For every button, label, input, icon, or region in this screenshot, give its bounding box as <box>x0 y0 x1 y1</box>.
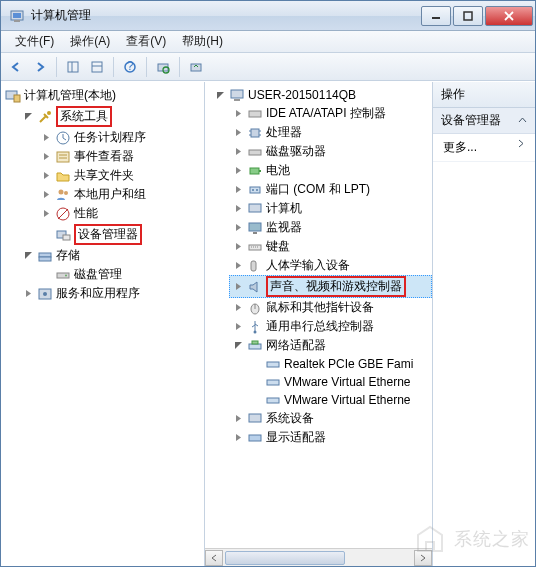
dev-net-vmware1[interactable]: VMware Virtual Etherne <box>247 373 432 391</box>
tree-label: 鼠标和其他指针设备 <box>266 299 374 316</box>
expand-icon[interactable] <box>233 413 244 424</box>
dev-system-devices[interactable]: 系统设备 <box>229 409 432 428</box>
svg-rect-17 <box>14 95 20 102</box>
sound-icon <box>247 279 263 295</box>
menu-view[interactable]: 查看(V) <box>118 31 174 52</box>
tree-label: 磁盘管理 <box>74 266 122 283</box>
tree-system-tools[interactable]: 系统工具 <box>19 105 204 128</box>
expand-icon[interactable] <box>233 127 244 138</box>
svg-rect-37 <box>249 111 261 117</box>
expand-icon[interactable] <box>233 241 244 252</box>
collapse-icon[interactable] <box>23 250 34 261</box>
dev-ide[interactable]: IDE ATA/ATAPI 控制器 <box>229 104 432 123</box>
dev-monitor[interactable]: 监视器 <box>229 218 432 237</box>
maximize-button[interactable] <box>453 6 483 26</box>
expand-icon[interactable] <box>233 222 244 233</box>
scroll-track[interactable] <box>223 550 414 566</box>
tree-event-viewer[interactable]: 事件查看器 <box>37 147 204 166</box>
tree-device-manager[interactable]: 设备管理器 <box>37 223 204 246</box>
forward-button[interactable] <box>29 56 51 78</box>
expand-icon[interactable] <box>233 146 244 157</box>
svg-rect-2 <box>14 20 20 22</box>
expand-icon[interactable] <box>233 260 244 271</box>
tree-local-users[interactable]: 本地用户和组 <box>37 185 204 204</box>
dev-port[interactable]: 端口 (COM 和 LPT) <box>229 180 432 199</box>
back-button[interactable] <box>5 56 27 78</box>
expand-icon[interactable] <box>233 321 244 332</box>
menu-file[interactable]: 文件(F) <box>7 31 62 52</box>
svg-rect-45 <box>259 170 261 172</box>
help-button[interactable]: ? <box>119 56 141 78</box>
device-tree[interactable]: USER-20150114QB IDE ATA/ATAPI 控制器 处理器 磁盘… <box>205 86 432 447</box>
battery-icon <box>247 163 263 179</box>
device-root[interactable]: USER-20150114QB <box>211 86 432 104</box>
close-button[interactable] <box>485 6 533 26</box>
display-adapter-icon <box>247 430 263 446</box>
expand-icon[interactable] <box>233 184 244 195</box>
expand-icon[interactable] <box>233 281 244 292</box>
svg-rect-4 <box>464 12 472 20</box>
svg-rect-9 <box>92 62 102 72</box>
scan-hardware-button[interactable] <box>152 56 174 78</box>
collapse-icon[interactable] <box>23 111 34 122</box>
svg-rect-49 <box>249 204 261 212</box>
dev-net-vmware2[interactable]: VMware Virtual Etherne <box>247 391 432 409</box>
expand-icon[interactable] <box>41 208 52 219</box>
tree-disk-mgmt[interactable]: 磁盘管理 <box>37 265 204 284</box>
toolbar: ? <box>1 53 535 81</box>
actions-more[interactable]: 更多... <box>433 134 535 162</box>
scroll-thumb[interactable] <box>225 551 345 565</box>
svg-rect-61 <box>267 380 279 385</box>
dev-disk[interactable]: 磁盘驱动器 <box>229 142 432 161</box>
tree-storage[interactable]: 存储 <box>19 246 204 265</box>
expand-icon[interactable] <box>233 165 244 176</box>
minimize-button[interactable] <box>421 6 451 26</box>
dev-network[interactable]: 网络适配器 <box>229 336 432 355</box>
expand-icon[interactable] <box>41 151 52 162</box>
expand-icon[interactable] <box>41 170 52 181</box>
dev-computer[interactable]: 计算机 <box>229 199 432 218</box>
actions-context[interactable]: 设备管理器 <box>433 108 535 134</box>
show-hide-tree-button[interactable] <box>62 56 84 78</box>
expand-icon[interactable] <box>233 108 244 119</box>
tree-services-apps[interactable]: 服务和应用程序 <box>19 284 204 303</box>
svg-point-47 <box>252 189 254 191</box>
console-tree[interactable]: 计算机管理(本地) 系统工具 任务计划程序 事件查看器 <box>1 86 204 303</box>
titlebar[interactable]: 计算机管理 <box>1 1 535 31</box>
horizontal-scrollbar[interactable] <box>205 548 432 566</box>
tree-shared-folders[interactable]: 共享文件夹 <box>37 166 204 185</box>
expand-icon[interactable] <box>233 432 244 443</box>
collapse-icon[interactable] <box>215 90 226 101</box>
tree-task-scheduler[interactable]: 任务计划程序 <box>37 128 204 147</box>
dev-usb[interactable]: 通用串行总线控制器 <box>229 317 432 336</box>
tree-label: 通用串行总线控制器 <box>266 318 374 335</box>
menu-help[interactable]: 帮助(H) <box>174 31 231 52</box>
update-driver-button[interactable] <box>185 56 207 78</box>
expand-icon[interactable] <box>41 132 52 143</box>
svg-rect-59 <box>252 341 258 344</box>
collapse-icon[interactable] <box>233 340 244 351</box>
actions-context-label: 设备管理器 <box>441 112 501 129</box>
tree-performance[interactable]: 性能 <box>37 204 204 223</box>
expand-icon[interactable] <box>41 189 52 200</box>
dev-hid[interactable]: 人体学输入设备 <box>229 256 432 275</box>
expand-icon[interactable] <box>233 203 244 214</box>
tree-root-computer-mgmt[interactable]: 计算机管理(本地) <box>1 86 204 105</box>
event-icon <box>55 149 71 165</box>
dev-display[interactable]: 显示适配器 <box>229 428 432 447</box>
scroll-right-button[interactable] <box>414 550 432 566</box>
mouse-icon <box>247 300 263 316</box>
menu-action[interactable]: 操作(A) <box>62 31 118 52</box>
tree-label: 系统工具 <box>60 109 108 123</box>
dev-keyboard[interactable]: 键盘 <box>229 237 432 256</box>
properties-button[interactable] <box>86 56 108 78</box>
dev-sound[interactable]: 声音、视频和游戏控制器 <box>229 275 432 298</box>
svg-rect-44 <box>250 168 259 174</box>
dev-battery[interactable]: 电池 <box>229 161 432 180</box>
expand-icon[interactable] <box>23 288 34 299</box>
dev-cpu[interactable]: 处理器 <box>229 123 432 142</box>
expand-icon[interactable] <box>233 302 244 313</box>
dev-mouse[interactable]: 鼠标和其他指针设备 <box>229 298 432 317</box>
dev-net-realtek[interactable]: Realtek PCIe GBE Fami <box>247 355 432 373</box>
scroll-left-button[interactable] <box>205 550 223 566</box>
